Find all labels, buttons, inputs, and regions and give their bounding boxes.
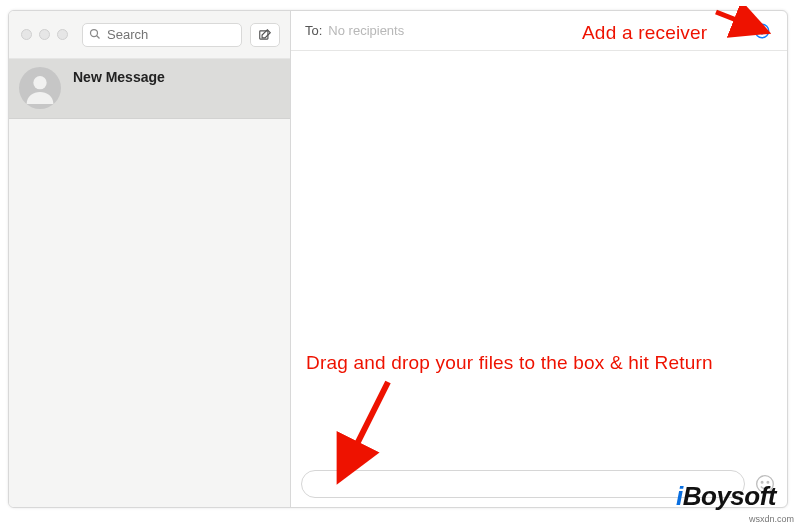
watermark-prefix: i bbox=[676, 481, 683, 511]
watermark-rest: Boysoft bbox=[683, 481, 776, 511]
search-input[interactable] bbox=[107, 27, 235, 42]
conversation-item[interactable]: New Message bbox=[9, 59, 290, 119]
to-label: To: bbox=[305, 23, 322, 38]
zoom-dot[interactable] bbox=[57, 29, 68, 40]
search-icon bbox=[89, 26, 101, 44]
close-dot[interactable] bbox=[21, 29, 32, 40]
recipients-field[interactable]: No recipients bbox=[328, 23, 745, 38]
message-thread[interactable] bbox=[291, 51, 787, 467]
svg-line-1 bbox=[97, 35, 100, 38]
svg-point-0 bbox=[91, 29, 98, 36]
conversation-title: New Message bbox=[73, 67, 165, 85]
message-pane: To: No recipients bbox=[291, 11, 787, 507]
window-controls[interactable] bbox=[21, 29, 68, 40]
add-recipient-button[interactable] bbox=[751, 20, 773, 42]
minimize-dot[interactable] bbox=[39, 29, 50, 40]
conversation-list: New Message bbox=[9, 59, 290, 507]
titlebar bbox=[9, 11, 290, 59]
messages-window: New Message To: No recipients bbox=[8, 10, 788, 508]
watermark: iBoysoft bbox=[676, 481, 776, 512]
search-field[interactable] bbox=[82, 23, 242, 47]
avatar bbox=[19, 67, 61, 109]
source-site: wsxdn.com bbox=[749, 514, 794, 524]
to-bar: To: No recipients bbox=[291, 11, 787, 51]
svg-point-3 bbox=[33, 76, 46, 89]
compose-button[interactable] bbox=[250, 23, 280, 47]
sidebar: New Message bbox=[9, 11, 291, 507]
